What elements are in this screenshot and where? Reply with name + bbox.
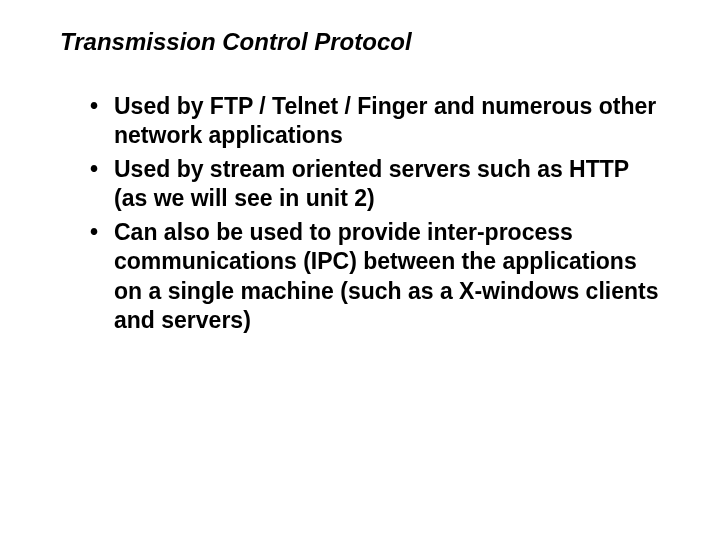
bullet-list: Used by FTP / Telnet / Finger and numero… (60, 92, 660, 336)
slide-title: Transmission Control Protocol (60, 28, 660, 56)
list-item: Used by FTP / Telnet / Finger and numero… (90, 92, 660, 151)
list-item: Used by stream oriented servers such as … (90, 155, 660, 214)
list-item: Can also be used to provide inter-proces… (90, 218, 660, 336)
